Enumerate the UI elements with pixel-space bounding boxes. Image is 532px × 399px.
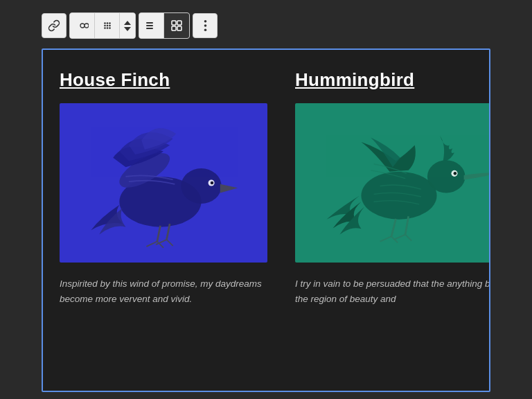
svg-point-22	[181, 168, 221, 204]
card-image-hummingbird	[295, 103, 489, 263]
svg-line-38	[391, 219, 396, 236]
infinity-button[interactable]	[70, 13, 95, 38]
svg-line-41	[380, 236, 391, 241]
more-options-button[interactable]	[193, 13, 218, 38]
svg-rect-16	[172, 26, 176, 30]
svg-point-0	[104, 22, 106, 24]
svg-line-40	[405, 235, 411, 241]
svg-point-2	[109, 22, 111, 24]
svg-rect-17	[177, 26, 181, 30]
svg-marker-23	[220, 184, 238, 193]
svg-point-5	[109, 25, 111, 27]
svg-point-19	[204, 24, 206, 27]
svg-marker-9	[124, 21, 131, 25]
svg-point-20	[204, 29, 206, 32]
card-title-hummingbird[interactable]: Hummingbird	[295, 69, 489, 91]
arrow-sort-button[interactable]	[120, 13, 135, 38]
card-hummingbird: Hummingbird	[281, 69, 489, 377]
svg-point-18	[204, 20, 206, 23]
list-view-button[interactable]	[139, 13, 164, 38]
card-house-finch: House Finch	[60, 69, 281, 377]
card-title-house-finch[interactable]: House Finch	[60, 69, 267, 91]
link-button[interactable]	[42, 13, 66, 38]
toolbar	[0, 0, 532, 48]
content-area: House Finch	[42, 48, 490, 392]
svg-point-4	[106, 25, 108, 27]
cards-grid: House Finch	[43, 50, 489, 391]
card-description-house-finch: Inspirited by this wind of promise, my d…	[60, 276, 267, 306]
grid-view-button[interactable]	[164, 13, 189, 38]
svg-point-33	[361, 172, 436, 220]
svg-point-1	[106, 22, 108, 24]
card-image-house-finch	[60, 103, 267, 263]
svg-point-7	[106, 27, 108, 29]
toolbar-group-view	[139, 12, 190, 39]
svg-line-31	[146, 242, 157, 247]
card-description-hummingbird: I try in vain to be persuaded that the a…	[295, 276, 489, 306]
dots-button[interactable]	[95, 13, 120, 38]
svg-point-3	[104, 25, 106, 27]
svg-point-36	[454, 172, 457, 175]
svg-line-39	[394, 235, 405, 240]
svg-point-25	[211, 181, 214, 185]
svg-point-8	[109, 27, 111, 29]
svg-point-34	[427, 160, 466, 193]
svg-rect-14	[172, 21, 176, 25]
svg-rect-15	[177, 21, 181, 25]
toolbar-group-sort	[69, 12, 136, 39]
svg-marker-10	[124, 27, 131, 31]
svg-line-28	[157, 226, 161, 242]
svg-point-6	[104, 27, 106, 29]
svg-line-30	[167, 240, 173, 246]
svg-line-42	[391, 236, 398, 242]
